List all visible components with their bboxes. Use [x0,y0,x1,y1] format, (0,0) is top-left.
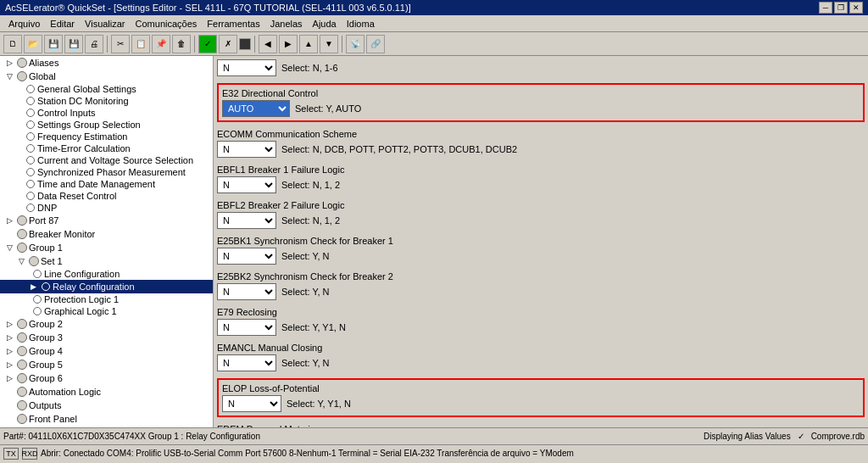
tree-item-settings-group[interactable]: Settings Group Selection [0,119,213,131]
check-icon: ✓ [798,432,804,441]
tree-item-auto-logic[interactable]: Automation Logic [0,385,213,399]
e32-hint: Select: Y, AUTO [295,103,361,114]
g4-node-icon [17,346,27,356]
menu-arquivo[interactable]: Arquivo [3,17,45,31]
tree-item-front-panel[interactable]: Front Panel [0,412,213,426]
emancl-hint: Select: Y, N [281,358,329,368]
tb-link[interactable]: 🔗 [366,35,385,53]
g5-expand-icon: ▷ [3,359,15,371]
tb-cut[interactable]: ✂ [111,35,130,53]
tb-x[interactable]: ✗ [219,35,237,53]
tree-item-sync-phasor[interactable]: Synchronized Phasor Measurement [0,166,213,178]
comm-bar: TX RXD Abrir: Conectado COM4: Prolific U… [0,444,868,461]
e25bk1-row: E25BK1 Synchronism Check for Breaker 1 N… [217,236,865,265]
g4-label: Group 4 [29,346,63,356]
elop-select[interactable]: N [222,395,281,412]
tree-item-prot-logic1[interactable]: Protection Logic 1 [0,293,213,305]
tree-item-set1[interactable]: ▽ Set 1 [0,254,213,268]
emancl-control: N Select: Y, N [217,354,865,371]
rc-arrow-icon: ▶ [27,281,39,293]
comm-status-text: Abrir: Conectado COM4: Prolific USB-to-S… [41,449,574,458]
al-icon [3,386,15,398]
tree-item-current-voltage[interactable]: Current and Voltage Source Selection [0,154,213,166]
tree-item-aliases[interactable]: ▷ Aliases [0,56,213,70]
aliases-node-icon [17,58,27,68]
dr-icon [26,192,35,200]
menu-comunicacoes[interactable]: Comunicações [131,17,203,31]
tb-square[interactable] [239,38,251,50]
tree-item-global[interactable]: ▽ Global [0,70,213,83]
e32-select[interactable]: AUTO Y [222,100,290,117]
tree-item-dnp-global[interactable]: DNP [0,202,213,214]
sg-icon [26,120,35,129]
tree-item-data-reset[interactable]: Data Reset Control [0,190,213,202]
tb-check[interactable]: ✓ [198,35,217,53]
g2-label: Group 2 [29,319,63,329]
tb-save2[interactable]: 💾 [64,35,83,53]
tree-item-graph-logic1[interactable]: Graphical Logic 1 [0,305,213,317]
tb-new[interactable]: 🗋 [3,35,22,53]
g2-node-icon [17,319,27,329]
tree-item-time-error[interactable]: Time-Error Calculation [0,142,213,154]
tb-back[interactable]: ◀ [259,35,277,53]
minimize-button[interactable]: ─ [819,2,832,14]
e25bk1-select[interactable]: N [217,248,276,265]
tb-copy[interactable]: 📋 [131,35,150,53]
e25bk2-select[interactable]: N [217,283,276,300]
tree-item-general-global[interactable]: General Global Settings [0,83,213,95]
window-controls: ─ ❐ ✕ [819,2,863,14]
tree-item-report[interactable]: Report [0,426,213,427]
menu-ferramentas[interactable]: Ferramentas [202,17,264,31]
tb-open[interactable]: 📂 [24,35,42,53]
tree-item-breaker-monitor[interactable]: Breaker Monitor [0,227,213,241]
tree-item-group2[interactable]: ▷ Group 2 [0,317,213,331]
global-expand-icon: ▽ [3,70,15,82]
tb-fwd[interactable]: ▶ [279,35,298,53]
tb-delete[interactable]: 🗑 [172,35,191,53]
file-status: Comprove.rdb [811,432,865,441]
g3-node-icon [17,332,27,343]
tree-item-group1[interactable]: ▽ Group 1 [0,241,213,254]
emancl-select[interactable]: N [217,354,276,371]
menu-ajuda[interactable]: Ajuda [308,17,342,31]
menu-visualizar[interactable]: Visualizar [80,17,131,31]
ebfl2-select[interactable]: N [217,212,276,229]
ebfl1-control: N Select: N, 1, 2 [217,176,865,193]
sep4 [342,36,342,53]
menu-editar[interactable]: Editar [45,17,80,31]
te-label: Time-Error Calculation [37,143,131,153]
ebfl2-control: N Select: N, 1, 2 [217,212,865,229]
tb-comm[interactable]: 📡 [346,35,364,53]
tree-item-group3[interactable]: ▷ Group 3 [0,331,213,344]
tree-item-group4[interactable]: ▷ Group 4 [0,344,213,358]
e79-select[interactable]: N [217,319,276,336]
tree-item-group6[interactable]: ▷ Group 6 [0,371,213,385]
tree-item-station-dc[interactable]: Station DC Monitoring [0,95,213,107]
tree-item-group5[interactable]: ▷ Group 5 [0,358,213,371]
tb-print[interactable]: 🖨 [85,35,103,53]
close-button[interactable]: ✕ [849,2,863,14]
toolbar: 🗋 📂 💾 💾 🖨 ✂ 📋 📌 🗑 ✓ ✗ ◀ ▶ ▲ ▼ 📡 🔗 [0,32,868,56]
tb-up[interactable]: ▲ [299,35,318,53]
tb-paste[interactable]: 📌 [152,35,170,53]
tree-item-control-inputs[interactable]: Control Inputs [0,107,213,119]
ebfl1-select[interactable]: N [217,176,276,193]
tb-save[interactable]: 💾 [44,35,63,53]
tree-item-time-date[interactable]: Time and Date Management [0,178,213,190]
sdc-label: Station DC Monitoring [37,96,129,106]
tree-item-line-config[interactable]: Line Configuration [0,268,213,280]
e25bk2-control: N Select: Y, N [217,283,865,300]
tree-item-port87[interactable]: ▷ Port 87 [0,214,213,227]
tree-item-freq-est[interactable]: Frequency Estimation [0,131,213,142]
tb-down[interactable]: ▼ [320,35,338,53]
top-select[interactable]: N [217,59,276,76]
tree-item-outputs[interactable]: Outputs [0,399,213,412]
ecomm-select[interactable]: N [217,141,276,158]
tree-item-relay-config[interactable]: ▶ Relay Configuration [0,280,213,293]
menu-janelas[interactable]: Janelas [265,17,308,31]
g6-label: Group 6 [29,373,63,383]
restore-button[interactable]: ❐ [834,2,848,14]
menu-idioma[interactable]: Idioma [342,17,380,31]
fe-label: Frequency Estimation [37,131,127,142]
port87-node-icon [17,215,27,226]
